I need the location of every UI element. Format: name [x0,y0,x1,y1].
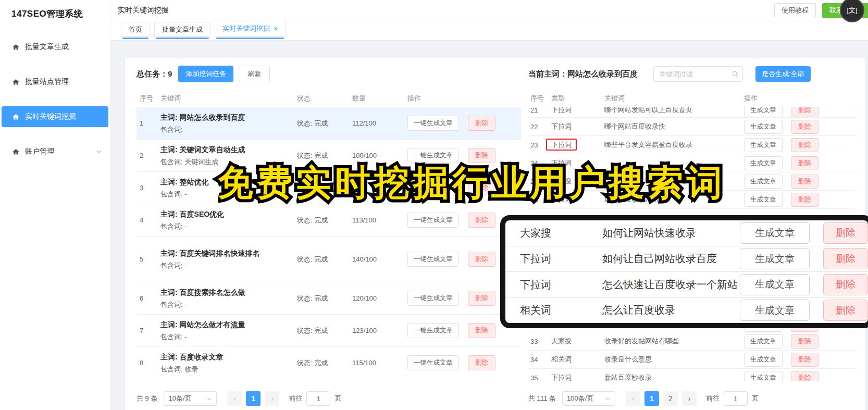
delete-button[interactable]: 删除 [791,175,819,189]
page-number-2[interactable]: 2 [663,391,678,406]
next-page-button[interactable]: › [682,391,697,406]
page-size-select[interactable]: 100条/页 [562,391,615,406]
generate-article-button[interactable]: 生成文章 [744,107,783,117]
task-status: 状态: 完成 [297,151,352,160]
delete-button[interactable]: 删除 [468,323,495,338]
prev-page-button[interactable]: ‹ [227,391,242,406]
task-row[interactable]: 8 主词: 百度收录文章 包含词: 收录 状态: 完成 115/100 一键生成… [137,347,521,379]
generate-article-button[interactable]: 生成文章 [744,193,783,207]
task-row[interactable]: 1 主词: 网站怎么收录到百度 包含词: - 状态: 完成 112/100 一键… [137,107,521,140]
sidebar-item[interactable]: 批量站点管理 [2,71,108,92]
goto-page-input[interactable] [306,391,330,406]
generate-article-button[interactable]: 一键生成文章 [407,355,459,370]
row-index: 4 [137,216,160,224]
generate-article-button[interactable]: 生成文章 [744,371,783,382]
task-row[interactable]: 3 主词: 整站优化 包含词: - 状态: 完成 一键生成文章 删除 [137,172,521,204]
chevron-down-icon [96,148,102,155]
task-row[interactable]: 5 主词: 百度关键词排名快速排名 包含词: - 状态: 完成 140/100 … [137,237,521,282]
task-row[interactable]: 4 主词: 百度SEO优化 包含词: - 状态: 完成 113/100 一键生成… [137,204,521,237]
page-size-select[interactable]: 10条/页 [164,391,217,406]
generate-article-button[interactable]: 生成文章 [744,138,783,152]
delete-button[interactable]: 删除 [468,148,495,163]
generate-article-button[interactable]: 一键生成文章 [407,323,459,338]
generate-article-button[interactable]: 生成文章 [740,222,810,244]
delete-button[interactable]: 删除 [791,138,819,152]
delete-button[interactable]: 删除 [468,180,495,195]
generate-article-button[interactable]: 生成文章 [744,175,783,189]
delete-button[interactable]: 删除 [791,334,819,349]
add-task-button[interactable]: 添加挖词任务 [178,66,233,82]
task-row[interactable]: 7 主词: 网站怎么做才有流量 包含词: - 状态: 完成 123/100 一键… [137,315,521,347]
task-keyword: 主词: 百度搜索排名怎么做 [160,287,276,299]
refresh-button[interactable]: 刷新 [239,66,270,82]
delete-button[interactable]: 删除 [823,248,868,269]
tab[interactable]: 批量文章生成 [154,22,210,37]
goto-page-input[interactable] [724,391,748,406]
next-page-button[interactable]: › [265,391,279,406]
delete-button[interactable]: 删除 [791,156,819,170]
generate-article-button[interactable]: 一键生成文章 [407,291,459,306]
keyword-text: 哪些平台发文容易被百度收录 [604,140,744,150]
keywords-table-header: 序号 类型 关键词 操作 [528,90,855,107]
delete-button[interactable]: 删除 [791,193,819,207]
prev-page-button[interactable]: ‹ [626,391,640,406]
row-index: 33 [528,338,551,345]
tab[interactable]: 实时关键词挖掘 × [215,20,286,37]
generate-article-button[interactable]: 生成文章 [744,334,783,349]
delete-button[interactable]: 删除 [468,252,495,267]
generate-article-button[interactable]: 生成文章 [740,274,810,295]
generate-article-button[interactable]: 生成文章 [744,156,783,170]
task-row[interactable]: 6 主词: 百度搜索排名怎么做 包含词: - 状态: 完成 120/100 一键… [137,282,521,315]
generate-article-button[interactable]: 一键生成文章 [407,116,459,131]
generate-article-button[interactable]: 一键生成文章 [407,213,459,228]
tab[interactable]: 首页 [121,22,150,37]
col-qty: 数量 [352,94,407,103]
task-keyword-cell: 主词: 网站怎么做才有流量 包含词: - [160,319,297,342]
generate-article-button[interactable]: 生成文章 [744,353,783,367]
current-keyword-value: 网站怎么收录到百度 [567,69,638,78]
inset-keyword-row: 大家搜 如何让网站快速收录 生成文章 删除 [505,220,868,246]
col-type: 类型 [551,94,604,103]
task-status: 状态: 完成 [297,183,352,193]
delete-button[interactable]: 删除 [823,274,868,295]
task-include-words: 包含词: - [160,125,276,134]
task-row[interactable]: 2 主词: 关键词文章自动生成 包含词: 关键词生成 状态: 完成 100/10… [137,140,521,172]
row-index: 6 [137,294,160,302]
keyword-type: 下拉词 [546,139,577,151]
sidebar-item[interactable]: 批量文章生成 [2,36,108,57]
delete-button[interactable]: 删除 [791,120,819,134]
col-keyword: 关键词 [160,94,297,103]
delete-button[interactable]: 删除 [468,291,495,306]
tutorial-button[interactable]: 使用教程 [774,3,816,18]
sidebar-item-label: 实时关键词挖掘 [25,112,76,121]
delete-button[interactable]: 删除 [468,116,495,131]
task-quantity: 123/100 [352,327,407,334]
delete-button[interactable]: 删除 [791,353,819,367]
keyword-actions: 生成文章 删除 [744,156,855,170]
keyword-type: 下拉词 [520,252,602,266]
delete-button[interactable]: 删除 [791,107,819,117]
page-unit-label: 页 [752,394,759,403]
generate-article-button[interactable]: 一键生成文章 [407,148,459,163]
generate-article-button[interactable]: 生成文章 [744,120,783,134]
generate-article-button[interactable]: 一键生成文章 [407,252,459,267]
generate-all-button[interactable]: 是否生成:全部 [755,66,811,82]
generate-article-button[interactable]: 一键生成文章 [407,180,459,195]
delete-button[interactable]: 删除 [791,371,819,382]
generate-article-button[interactable]: 生成文章 [740,300,810,321]
delete-button[interactable]: 删除 [823,222,868,244]
sidebar-item[interactable]: 账户管理 [2,141,108,162]
keyword-type: 下拉词 [551,374,572,381]
search-icon [731,70,739,78]
close-icon[interactable]: × [274,25,278,32]
row-index: 21 [528,107,551,114]
keyword-actions: 生成文章 删除 [744,175,855,189]
keyword-filter-input[interactable] [653,66,743,82]
delete-button[interactable]: 删除 [468,355,495,370]
delete-button[interactable]: 删除 [468,213,495,228]
sidebar-item[interactable]: 实时关键词挖掘 [2,106,108,127]
page-number-1[interactable]: 1 [246,391,261,406]
page-number-1[interactable]: 1 [644,391,659,406]
delete-button[interactable]: 删除 [823,300,868,321]
generate-article-button[interactable]: 生成文章 [740,248,810,269]
